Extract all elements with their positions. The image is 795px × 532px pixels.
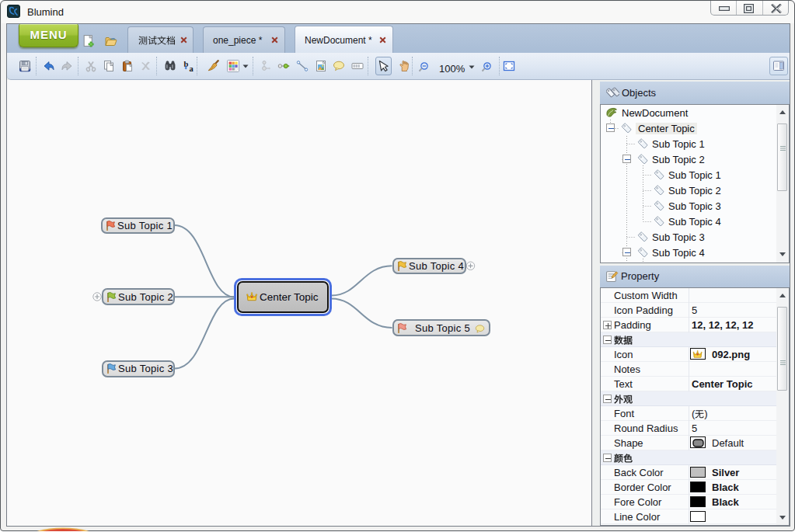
svg-text:a: a: [190, 64, 194, 72]
